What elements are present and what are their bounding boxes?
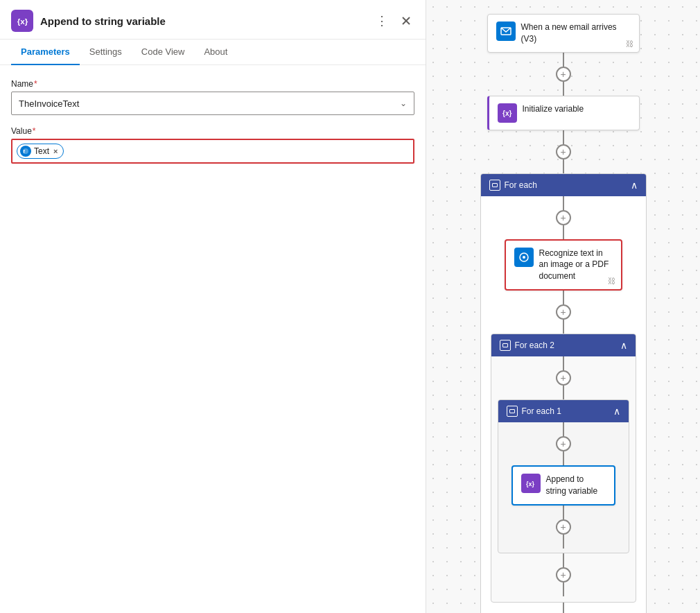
recognize-link-icon: ⛓ [608,277,615,285]
foreach-header-left: For each [489,180,537,191]
foreach2-icon-inner [502,343,508,347]
workflow-flow: When a new email arrives (V3) ⛓ + {x} In… [473,14,654,613]
foreach-container: For each ∧ + [480,173,647,613]
panel-title: Append to string variable [40,15,365,27]
foreach2-header-left: For each 2 [500,340,554,351]
svg-text:{x}: {x} [502,110,511,117]
foreach2-collapse-icon[interactable]: ∧ [620,340,627,351]
foreach2-header[interactable]: For each 2 ∧ [491,334,636,356]
foreach-loop-icon [489,180,500,191]
inner2-connector-1: + [556,356,571,399]
value-field-group: Value* f Text × [11,126,414,164]
email-trigger-node[interactable]: When a new email arrives (V3) ⛓ [487,14,640,53]
foreach1-collapse-icon[interactable]: ∧ [613,406,620,417]
panel-header-icon: {x} [11,10,33,32]
inner3-line-2 [563,451,564,465]
inner2-line-1 [563,356,564,370]
recognize-svg-icon [518,252,530,263]
header-actions: ⋮ [371,12,414,30]
inner3-add-1[interactable]: + [556,436,571,451]
inner-connector-2: + [556,291,571,334]
inner-line-3 [563,291,564,304]
inner2-add-1[interactable]: + [556,370,571,386]
foreach-body: + Recognize text in an image or a PDF do… [481,196,646,613]
inner3-line-1 [563,422,564,436]
value-field-container[interactable]: f Text × [11,139,414,164]
tabs-bar: Parameters Settings Code View About [0,40,426,65]
inner-line-1 [563,196,564,210]
text-token: f Text × [17,144,64,159]
token-inner-icon: f [22,148,29,155]
tab-settings[interactable]: Settings [80,40,132,65]
inner2-connector-2: + [556,553,571,596]
name-label: Name* [11,79,414,89]
inner-line-2 [563,225,564,239]
inner2-line-2 [563,386,564,399]
token-close-button[interactable]: × [53,147,58,155]
close-icon [402,17,410,25]
foreach2-loop-icon [500,340,511,351]
line-4 [563,159,564,173]
inner2-add-2[interactable]: + [556,567,571,582]
inner2-line-4 [563,582,564,596]
append-node-text: Append to string variable [546,474,606,497]
line-3 [563,130,564,144]
email-svg-icon [500,26,511,37]
panel-header: {x} Append to string variable ⋮ [0,0,426,40]
foreach1-header[interactable]: For each 1 ∧ [498,400,629,422]
foreach2-label: For each 2 [515,340,554,350]
foreach1-container: For each 1 ∧ + [498,399,629,553]
close-panel-button[interactable] [398,12,414,30]
inner3-connector-2: + [556,506,571,549]
append-svg-icon: {x} [525,478,536,489]
outer-bottom-connector: + [556,603,571,613]
add-step-2[interactable]: + [556,144,571,159]
svg-text:{x}: {x} [17,17,28,26]
workflow-canvas: When a new email arrives (V3) ⛓ + {x} In… [426,0,700,613]
inner-add-2[interactable]: + [556,304,571,320]
tab-codeview[interactable]: Code View [132,40,195,65]
recognize-text-node[interactable]: Recognize text in an image or a PDF docu… [505,239,622,291]
line-1 [563,53,564,67]
init-variable-text: Initialize variable [523,103,631,115]
value-label: Value* [11,126,414,136]
add-step-1[interactable]: + [556,67,571,82]
inner3-line-3 [563,506,564,519]
append-string-node[interactable]: {x} Append to string variable [511,465,615,506]
tab-about[interactable]: About [194,40,237,65]
inner3-add-2[interactable]: + [556,519,571,535]
connector-2: + [556,130,571,173]
line-2 [563,82,564,96]
token-icon: f [20,146,31,157]
inner-add-1[interactable]: + [556,210,571,225]
foreach1-loop-icon [507,406,518,417]
svg-point-8 [523,256,525,259]
inner3-line-4 [563,535,564,549]
form-content: Name* TheInvoiceText ⌄ Value* f [0,65,426,613]
foreach-label: For each [505,180,537,190]
append-icon: {x} [521,474,541,493]
foreach-icon-inner [492,183,498,187]
more-options-button[interactable]: ⋮ [371,12,392,30]
foreach1-header-left: For each 1 [507,406,561,417]
recognize-icon [514,248,534,267]
link-icon: ⛓ [626,40,633,48]
token-label: Text [34,146,49,156]
tab-parameters[interactable]: Parameters [11,40,80,65]
foreach-collapse-icon[interactable]: ∧ [631,180,638,191]
foreach1-body: + {x} App [498,422,629,553]
foreach2-container: For each 2 ∧ + [491,334,636,603]
variable-node-icon: {x} [498,103,517,123]
connector-1: + [556,53,571,96]
left-panel: {x} Append to string variable ⋮ Paramete… [0,0,426,613]
name-field-group: Name* TheInvoiceText ⌄ [11,79,414,115]
email-trigger-text: When a new email arrives (V3) [521,21,631,45]
foreach1-icon-inner [509,409,515,413]
inner3-connector-1: + [556,422,571,465]
foreach1-label: For each 1 [522,406,561,416]
foreach-header[interactable]: For each ∧ [481,174,646,196]
init-variable-node[interactable]: {x} Initialize variable [487,96,640,130]
variable-icon: {x} [16,15,28,27]
recognize-text: Recognize text in an image or a PDF docu… [539,248,613,282]
name-dropdown[interactable]: TheInvoiceText ⌄ [11,92,414,115]
